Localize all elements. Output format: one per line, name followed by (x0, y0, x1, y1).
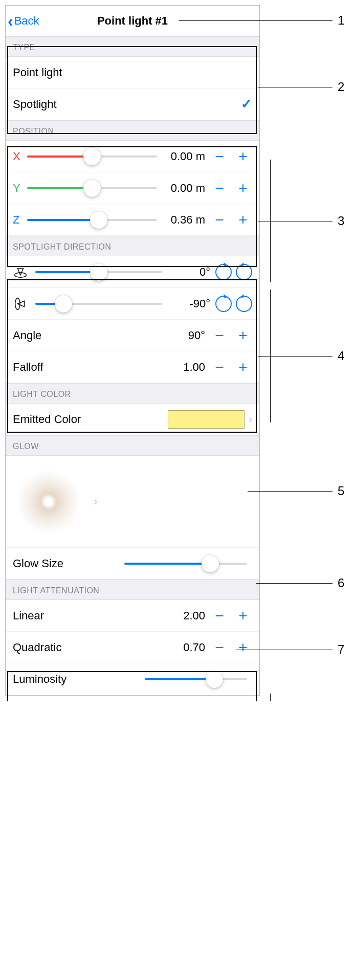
back-label: Back (14, 14, 39, 28)
axis-x-label: X (13, 150, 22, 163)
section-header-position: POSITION (6, 120, 259, 141)
attenuation-quadratic-row: Quadratic 0.70 − + (6, 632, 259, 663)
rotate-cw-button[interactable] (215, 296, 232, 312)
glow-preview-row[interactable]: › (6, 456, 259, 548)
spot-angle-row: Angle 90° − + (6, 320, 259, 351)
spot-azimuth-value: 0° (167, 265, 210, 279)
minus-button[interactable]: − (210, 638, 229, 657)
attenuation-luminosity-label: Luminosity (13, 673, 66, 686)
attenuation-luminosity-row: Luminosity (6, 663, 259, 695)
rotate-vertical-icon (13, 296, 28, 311)
spot-angle-label: Angle (13, 329, 41, 342)
callout-number: 7 (338, 642, 344, 657)
callout-number: 4 (338, 349, 344, 363)
spot-falloff-row: Falloff 1.00 − + (6, 351, 259, 383)
plus-button[interactable]: + (234, 179, 252, 197)
emitted-color-swatch (168, 410, 245, 429)
luminosity-slider[interactable] (145, 678, 247, 680)
glow-size-label: Glow Size (13, 557, 63, 570)
position-z-slider[interactable] (27, 219, 157, 221)
spot-elevation-value: -90° (167, 297, 210, 310)
attenuation-linear-label: Linear (13, 609, 44, 622)
glow-size-slider[interactable] (124, 563, 247, 565)
minus-button[interactable]: − (210, 326, 229, 345)
spot-falloff-value: 1.00 (162, 361, 205, 374)
rotate-ccw-button[interactable] (236, 296, 252, 312)
minus-button[interactable]: − (210, 607, 229, 625)
spot-azimuth-row: 0° (6, 256, 259, 288)
axis-z-label: Z (13, 213, 22, 227)
minus-button[interactable]: − (210, 179, 229, 197)
spot-angle-value: 90° (162, 329, 205, 342)
checkmark-icon: ✓ (241, 96, 252, 112)
spot-azimuth-slider[interactable] (35, 271, 162, 273)
callout-number: 1 (338, 13, 344, 28)
attenuation-quadratic-label: Quadratic (13, 641, 61, 654)
minus-button[interactable]: − (210, 211, 229, 229)
section-header-type: TYPE (6, 36, 259, 57)
plus-button[interactable]: + (234, 358, 252, 376)
type-option-point-light[interactable]: Point light (6, 57, 259, 88)
light-settings-panel: ‹ Back Point light #1 TYPE Point light S… (5, 5, 260, 696)
attenuation-quadratic-value: 0.70 (162, 641, 205, 654)
position-x-value: 0.00 m (162, 150, 205, 163)
chevron-right-icon: › (94, 495, 97, 508)
chevron-left-icon: ‹ (8, 13, 13, 29)
rotate-ccw-button[interactable] (236, 264, 252, 280)
spot-elevation-slider[interactable] (35, 303, 162, 305)
position-y-value: 0.00 m (162, 182, 205, 195)
attenuation-linear-row: Linear 2.00 − + (6, 600, 259, 632)
position-z-row: Z 0.36 m − + (6, 204, 259, 236)
section-header-light-attenuation: LIGHT ATTENUATION (6, 580, 259, 600)
callout-number: 3 (338, 214, 344, 228)
back-button[interactable]: ‹ Back (6, 13, 39, 29)
plus-button[interactable]: + (234, 638, 252, 657)
section-header-glow: GLOW (6, 435, 259, 456)
callout-number: 2 (338, 80, 344, 94)
minus-button[interactable]: − (210, 147, 229, 166)
section-header-light-color: LIGHT COLOR (6, 383, 259, 404)
plus-button[interactable]: + (234, 211, 252, 229)
type-option-label: Spotlight (13, 98, 57, 111)
plus-button[interactable]: + (234, 147, 252, 166)
position-y-row: Y 0.00 m − + (6, 172, 259, 204)
rotate-horizontal-icon (13, 264, 28, 280)
glow-size-row: Glow Size (6, 548, 259, 580)
position-y-slider[interactable] (27, 187, 157, 189)
callout-number: 5 (338, 484, 344, 498)
position-x-slider[interactable] (27, 155, 157, 158)
spot-falloff-label: Falloff (13, 361, 43, 374)
type-option-label: Point light (13, 66, 62, 79)
axis-y-label: Y (13, 182, 22, 195)
emitted-color-row[interactable]: Emitted Color › (6, 404, 259, 435)
plus-button[interactable]: + (234, 326, 252, 345)
section-header-spotlight-direction: SPOTLIGHT DIRECTION (6, 236, 259, 256)
callout-number: 6 (338, 576, 344, 590)
position-z-value: 0.36 m (162, 213, 205, 227)
plus-button[interactable]: + (234, 607, 252, 625)
spot-elevation-row: -90° (6, 288, 259, 320)
nav-bar: ‹ Back Point light #1 (6, 6, 259, 36)
position-x-row: X 0.00 m − + (6, 141, 259, 172)
type-option-spotlight[interactable]: Spotlight ✓ (6, 88, 259, 120)
rotate-cw-button[interactable] (215, 264, 232, 280)
glow-preview-icon (8, 461, 90, 543)
chevron-right-icon: › (249, 413, 252, 426)
minus-button[interactable]: − (210, 358, 229, 376)
attenuation-linear-value: 2.00 (162, 609, 205, 622)
emitted-color-label: Emitted Color (13, 413, 81, 426)
